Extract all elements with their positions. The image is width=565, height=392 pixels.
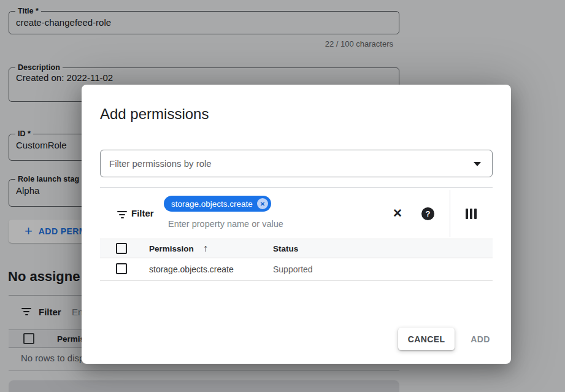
permissions-table: Permission ↑ Status storage.objects.crea…	[100, 239, 493, 281]
column-display-options-icon[interactable]	[466, 209, 477, 219]
status-cell: Supported	[273, 264, 313, 274]
select-all-checkbox[interactable]	[116, 243, 127, 254]
permissions-table-header: Permission ↑ Status	[100, 239, 493, 258]
status-column-header[interactable]: Status	[273, 244, 298, 253]
add-button[interactable]: ADD	[461, 328, 500, 350]
filter-icon	[117, 211, 128, 218]
filter-chip-label: storage.objects.create	[171, 199, 253, 209]
row-checkbox[interactable]	[116, 263, 127, 274]
permission-column-header[interactable]: Permission	[149, 244, 194, 253]
permission-cell: storage.objects.create	[149, 264, 234, 274]
role-select-placeholder: Filter permissions by role	[109, 158, 212, 169]
dialog-title: Add permissions	[100, 106, 209, 123]
filter-chip[interactable]: storage.objects.create ✕	[164, 196, 271, 212]
chevron-down-icon	[474, 162, 481, 166]
filter-input[interactable]: Enter property name or value	[168, 219, 283, 229]
sort-ascending-icon[interactable]: ↑	[203, 243, 208, 254]
filter-label: Filter	[131, 208, 154, 218]
clear-filters-icon[interactable]: ✕	[391, 207, 404, 220]
table-row[interactable]: storage.objects.create Supported	[100, 258, 493, 281]
chip-remove-icon[interactable]: ✕	[257, 198, 268, 209]
permissions-filter-toolbar: Filter storage.objects.create ✕ Enter pr…	[100, 187, 493, 239]
filter-permissions-by-role-select[interactable]: Filter permissions by role	[100, 150, 493, 177]
add-permissions-dialog: Add permissions Filter permissions by ro…	[82, 85, 511, 364]
toolbar-divider	[450, 190, 450, 237]
help-icon[interactable]: ?	[421, 207, 434, 220]
cancel-button[interactable]: CANCEL	[398, 328, 455, 350]
